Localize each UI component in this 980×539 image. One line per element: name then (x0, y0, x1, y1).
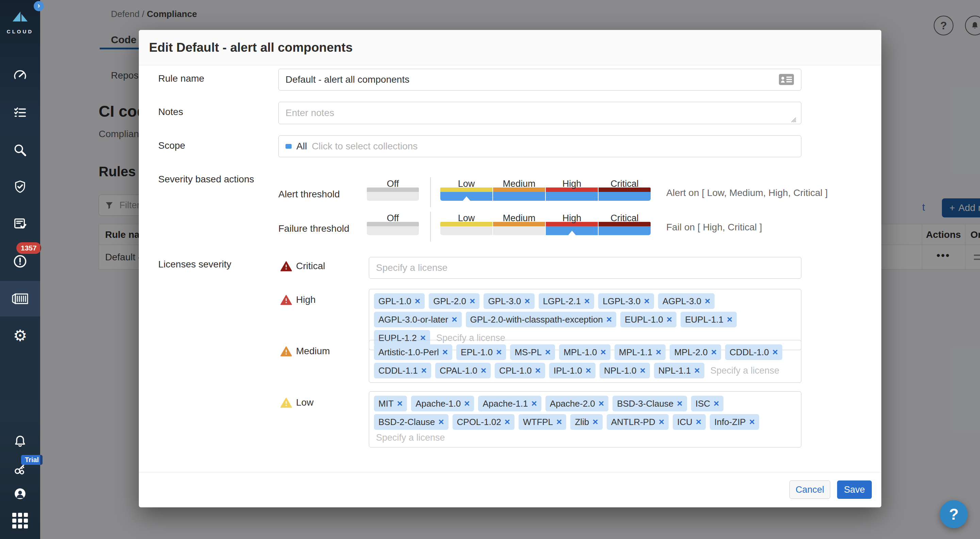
remove-chip-icon[interactable]: × (600, 347, 606, 358)
sidebar-item-alerts[interactable] (0, 253, 40, 269)
license-chip-eupl-1.1[interactable]: EUPL-1.1× (681, 312, 737, 328)
remove-chip-icon[interactable]: × (535, 365, 541, 376)
threshold-segment-high[interactable]: High (546, 213, 598, 235)
remove-chip-icon[interactable]: × (397, 398, 402, 409)
sidebar-item-search[interactable] (0, 142, 40, 158)
license-chip-icu[interactable]: ICU× (673, 414, 706, 430)
license-chip-gpl-3.0[interactable]: GPL-3.0× (484, 293, 534, 309)
remove-chip-icon[interactable]: × (705, 296, 710, 307)
remove-chip-icon[interactable]: × (640, 365, 645, 376)
sidebar-item-defend[interactable] (0, 179, 40, 195)
sidebar-item-notifications[interactable] (0, 433, 40, 450)
sidebar-item-monitor[interactable] (0, 216, 40, 232)
license-chip-ms-pl[interactable]: MS-PL× (510, 344, 555, 360)
sidebar-item-policies[interactable] (0, 105, 40, 121)
cancel-button[interactable]: Cancel (789, 480, 830, 499)
license-chip-agpl-3.0-or-later[interactable]: AGPL-3.0-or-later× (374, 312, 462, 328)
remove-chip-icon[interactable]: × (496, 347, 501, 358)
threshold-segment-medium[interactable]: Medium (493, 213, 545, 235)
remove-chip-icon[interactable]: × (464, 398, 469, 409)
license-chip-apache-2.0[interactable]: Apache-2.0× (546, 396, 608, 412)
threshold-segment-high[interactable]: High (546, 179, 598, 201)
threshold-segment-low[interactable]: Low (440, 179, 492, 201)
license-chip-agpl-3.0[interactable]: AGPL-3.0× (658, 293, 715, 309)
remove-chip-icon[interactable]: × (696, 417, 701, 428)
license-chip-apache-1.1[interactable]: Apache-1.1× (478, 396, 541, 412)
threshold-segment-medium[interactable]: Medium (493, 179, 545, 201)
license-chip-lgpl-2.1[interactable]: LGPL-2.1× (539, 293, 595, 309)
license-chip-bsd-3-clause[interactable]: BSD-3-Clause× (612, 396, 687, 412)
remove-chip-icon[interactable]: × (556, 417, 562, 428)
sidebar-item-apps[interactable] (0, 512, 40, 529)
remove-chip-icon[interactable]: × (772, 347, 778, 358)
sidebar-item-dashboard[interactable] (0, 67, 40, 84)
license-chip-bsd-2-clause[interactable]: BSD-2-Clause× (374, 414, 449, 430)
license-chip-cpol-1.02[interactable]: CPOL-1.02× (453, 414, 514, 430)
remove-chip-icon[interactable]: × (598, 398, 604, 409)
rule-name-input[interactable] (278, 69, 801, 91)
remove-chip-icon[interactable]: × (531, 398, 537, 409)
license-chip-gpl-2.0-with-classpath-exception[interactable]: GPL-2.0-with-classpath-exception× (466, 312, 617, 328)
license-chip-cddl-1.1[interactable]: CDDL-1.1× (374, 363, 431, 378)
remove-chip-icon[interactable]: × (592, 417, 598, 428)
license-chip-eupl-1.0[interactable]: EUPL-1.0× (620, 312, 676, 328)
remove-chip-icon[interactable]: × (656, 347, 661, 358)
resize-handle-icon[interactable] (789, 116, 796, 124)
license-chip-mit[interactable]: MIT× (374, 396, 407, 412)
scope-collections-field[interactable]: All Click to select collections (278, 135, 801, 157)
notes-input[interactable] (278, 102, 801, 124)
license-chip-info-zip[interactable]: Info-ZIP× (710, 414, 759, 430)
license-chip-antlr-pd[interactable]: ANTLR-PD× (607, 414, 669, 430)
threshold-segment-critical[interactable]: Critical (598, 179, 651, 201)
threshold-off-segment[interactable]: Off (367, 213, 419, 235)
remove-chip-icon[interactable]: × (524, 296, 530, 307)
license-chip-artistic-1.0-perl[interactable]: Artistic-1.0-Perl× (374, 344, 452, 360)
license-chip-npl-1.0[interactable]: NPL-1.0× (600, 363, 650, 378)
threshold-off-segment[interactable]: Off (367, 179, 419, 201)
remove-chip-icon[interactable]: × (711, 347, 717, 358)
remove-chip-icon[interactable]: × (644, 296, 649, 307)
license-chip-wtfpl[interactable]: WTFPL× (519, 414, 566, 430)
remove-chip-icon[interactable]: × (585, 365, 591, 376)
threshold-segment-critical[interactable]: Critical (598, 213, 651, 235)
remove-chip-icon[interactable]: × (504, 417, 510, 428)
remove-chip-icon[interactable]: × (545, 347, 550, 358)
license-chip-lgpl-3.0[interactable]: LGPL-3.0× (598, 293, 654, 309)
license-chip-zlib[interactable]: Zlib× (570, 414, 602, 430)
license-chip-epl-1.0[interactable]: EPL-1.0× (456, 344, 506, 360)
license-input-placeholder[interactable]: Specify a license (711, 366, 780, 376)
license-chip-mpl-2.0[interactable]: MPL-2.0× (670, 344, 721, 360)
remove-chip-icon[interactable]: × (749, 417, 755, 428)
remove-chip-icon[interactable]: × (606, 314, 612, 325)
remove-chip-icon[interactable]: × (469, 296, 475, 307)
remove-chip-icon[interactable]: × (438, 417, 444, 428)
remove-chip-icon[interactable]: × (421, 365, 427, 376)
license-chip-ipl-1.0[interactable]: IPL-1.0× (549, 363, 595, 378)
license-chip-mpl-1.0[interactable]: MPL-1.0× (559, 344, 611, 360)
license-chip-cpal-1.0[interactable]: CPAL-1.0× (435, 363, 491, 378)
remove-chip-icon[interactable]: × (667, 314, 672, 325)
sidebar-item-profile[interactable] (0, 486, 40, 502)
save-button[interactable]: Save (837, 480, 872, 499)
remove-chip-icon[interactable]: × (714, 398, 719, 409)
license-chip-gpl-2.0[interactable]: GPL-2.0× (429, 293, 479, 309)
remove-chip-icon[interactable]: × (584, 296, 590, 307)
remove-chip-icon[interactable]: × (481, 365, 486, 376)
remove-chip-icon[interactable]: × (659, 417, 664, 428)
floating-help-button[interactable]: ? (940, 500, 968, 528)
license-chip-apache-1.0[interactable]: Apache-1.0× (411, 396, 474, 412)
sidebar-item-containers-active[interactable] (0, 281, 40, 316)
medium-license-chips[interactable]: Artistic-1.0-Perl×EPL-1.0×MS-PL×MPL-1.0×… (369, 340, 801, 383)
remove-chip-icon[interactable]: × (442, 347, 448, 358)
sidebar-item-settings[interactable]: ⚙ (0, 328, 40, 344)
license-chip-cddl-1.0[interactable]: CDDL-1.0× (725, 344, 782, 360)
license-input-placeholder[interactable]: Specify a license (376, 432, 445, 443)
license-chip-gpl-1.0[interactable]: GPL-1.0× (374, 293, 425, 309)
license-chip-npl-1.1[interactable]: NPL-1.1× (654, 363, 705, 378)
license-chip-mpl-1.1[interactable]: MPL-1.1× (614, 344, 666, 360)
license-chip-cpl-1.0[interactable]: CPL-1.0× (495, 363, 545, 378)
low-license-chips[interactable]: MIT×Apache-1.0×Apache-1.1×Apache-2.0×BSD… (369, 391, 801, 447)
license-chip-isc[interactable]: ISC× (691, 396, 724, 412)
remove-chip-icon[interactable]: × (415, 296, 420, 307)
remove-chip-icon[interactable]: × (694, 365, 700, 376)
